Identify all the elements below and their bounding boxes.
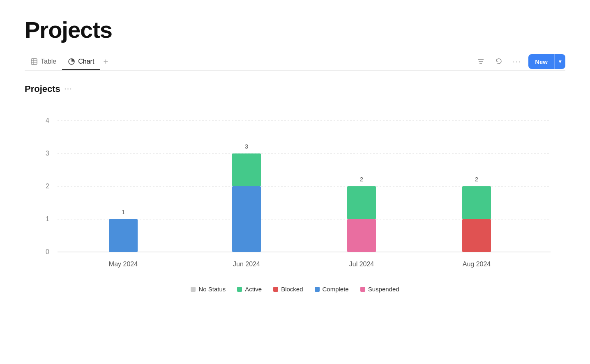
chart-section: Projects ··· [25,84,565,94]
tab-chart[interactable]: Chart [62,54,100,70]
chart-legend: No Status Active Blocked Complete Suspen… [25,286,565,293]
legend-label-suspended: Suspended [368,286,399,293]
tabs-bar: Table Chart + [25,53,565,71]
chart-icon [68,58,75,65]
bar-may-complete [109,219,138,252]
add-tab-icon: + [103,57,108,66]
legend-active: Active [237,286,262,293]
tabs-right: ··· New ▾ [474,54,565,69]
svg-text:3: 3 [46,150,49,157]
legend-label-active: Active [245,286,262,293]
tab-table[interactable]: Table [25,54,62,70]
bar-jul-active [347,186,376,219]
bar-jul-suspended [347,219,376,252]
legend-blocked: Blocked [273,286,303,293]
chart-area: 4 3 2 1 0 1 May 2024 3 Jun 2024 2 Jul 20… [25,104,565,278]
section-more-button[interactable]: ··· [65,85,72,93]
svg-text:2: 2 [46,183,49,190]
svg-text:Jul 2024: Jul 2024 [349,261,374,268]
legend-complete: Complete [315,286,349,293]
tab-chart-label: Chart [78,58,94,65]
add-tab-button[interactable]: + [100,53,111,71]
bar-chart: 4 3 2 1 0 1 May 2024 3 Jun 2024 2 Jul 20… [25,104,559,277]
legend-suspended: Suspended [360,286,399,293]
svg-text:Aug 2024: Aug 2024 [463,261,491,268]
legend-label-blocked: Blocked [281,286,303,293]
bar-aug-blocked [462,219,491,252]
svg-text:Jun 2024: Jun 2024 [233,261,260,268]
chart-section-title: Projects [25,84,60,94]
legend-dot-suspended [360,287,365,292]
legend-dot-active [237,287,242,292]
more-options-button[interactable]: ··· [510,55,523,68]
new-button-label: New [528,55,554,69]
svg-text:May 2024: May 2024 [109,261,138,268]
page-title: Projects [25,16,565,43]
more-icon: ··· [513,58,521,65]
legend-dot-no-status [191,287,196,292]
bar-aug-active [462,186,491,219]
svg-text:2: 2 [475,176,478,183]
filter-button[interactable] [474,55,487,68]
svg-text:0: 0 [46,248,49,255]
bar-jun-active [232,153,261,186]
new-button-caret[interactable]: ▾ [555,55,565,68]
legend-label-complete: Complete [323,286,349,293]
svg-text:4: 4 [46,117,49,124]
svg-text:1: 1 [46,215,49,222]
bar-jun-complete [232,186,261,252]
tab-table-label: Table [41,58,56,65]
legend-no-status: No Status [191,286,226,293]
legend-dot-complete [315,287,320,292]
new-button[interactable]: New ▾ [528,54,565,69]
legend-dot-blocked [273,287,278,292]
legend-label-no-status: No Status [198,286,226,293]
svg-text:1: 1 [122,208,125,215]
undo-button[interactable] [492,55,505,68]
svg-text:3: 3 [245,143,248,150]
tabs-left: Table Chart + [25,53,111,70]
svg-text:2: 2 [360,176,363,183]
svg-rect-0 [31,59,37,64]
table-icon [30,58,38,65]
